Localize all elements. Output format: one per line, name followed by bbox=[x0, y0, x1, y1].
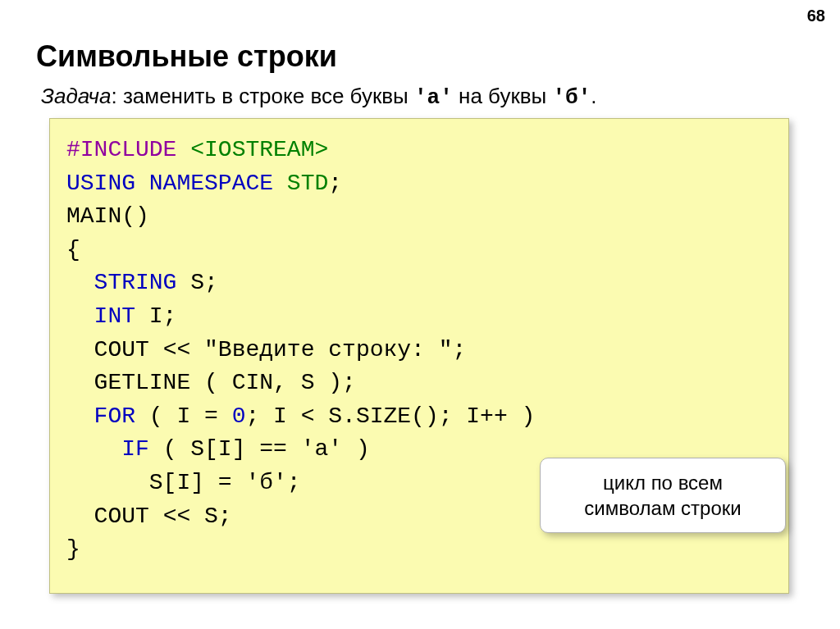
task-description: Задача: заменить в строке все буквы 'а' … bbox=[41, 84, 597, 110]
task-letter-b: 'б' bbox=[553, 85, 591, 110]
code-for-b: ; i < s.size(); i++ ) bbox=[245, 403, 535, 429]
code-brace-close: } bbox=[66, 536, 80, 562]
task-text-before: : заменить в строке все буквы bbox=[111, 84, 414, 108]
code-assign-semi: ; bbox=[287, 470, 301, 495]
task-letter-a: 'а' bbox=[414, 85, 453, 110]
code-string-literal: "Введите строку: " bbox=[204, 337, 452, 362]
code-if-a: ( s[i] == bbox=[149, 436, 301, 462]
task-label: Задача bbox=[41, 84, 111, 108]
code-cout-2-rest: << s; bbox=[149, 504, 232, 529]
code-for-a: ( i = bbox=[135, 403, 232, 429]
code-namespace-kw: namespace bbox=[135, 171, 273, 196]
code-for-kw: for bbox=[66, 403, 135, 429]
code-string-type: string bbox=[66, 270, 176, 295]
code-semi-1: ; bbox=[328, 171, 342, 196]
callout-box: цикл по всем символам строки bbox=[540, 458, 786, 533]
callout-line-1: цикл по всем bbox=[555, 470, 770, 495]
code-char-a: 'а' bbox=[301, 436, 342, 462]
code-std: std bbox=[273, 171, 328, 196]
code-brace-open: { bbox=[66, 237, 80, 262]
code-i-decl: i; bbox=[135, 303, 176, 329]
code-include-lib: <iostream> bbox=[176, 137, 328, 162]
code-cout-2: cout bbox=[66, 504, 149, 529]
code-if-b: ) bbox=[342, 436, 370, 462]
page-number: 68 bbox=[807, 7, 825, 25]
code-char-b: 'б' bbox=[245, 470, 286, 495]
code-int-type: int bbox=[66, 303, 135, 329]
code-using-kw: using bbox=[66, 171, 135, 196]
code-cout-1: cout bbox=[66, 337, 149, 362]
task-text-end: . bbox=[591, 84, 596, 108]
code-semi-2: ; bbox=[453, 337, 467, 362]
code-s-decl: s; bbox=[176, 270, 217, 295]
task-text-mid: на буквы bbox=[453, 84, 553, 108]
callout-line-2: символам строки bbox=[555, 495, 770, 521]
code-if-kw: if bbox=[66, 436, 149, 462]
page-title: Символьные строки bbox=[36, 39, 337, 74]
code-op-1: << bbox=[149, 337, 204, 362]
code-main: main() bbox=[66, 203, 149, 229]
code-getline: getline bbox=[66, 370, 190, 395]
code-include-kw: #include bbox=[66, 137, 176, 162]
code-getline-args: ( cin, s ); bbox=[190, 370, 356, 395]
code-assign-a: s[i] = bbox=[66, 470, 245, 495]
code-zero: 0 bbox=[232, 403, 246, 429]
